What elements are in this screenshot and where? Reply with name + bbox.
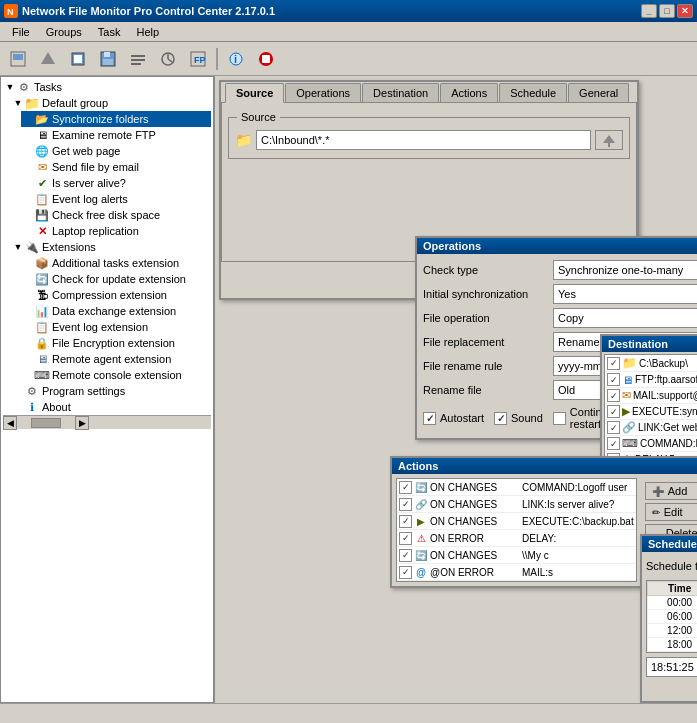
menu-help[interactable]: Help [128, 24, 167, 40]
tree-root-tasks[interactable]: ▼ ⚙ Tasks [3, 79, 211, 95]
sched-row-2[interactable]: 12:00 + + + + + + [648, 624, 698, 638]
source-path-input[interactable] [256, 130, 591, 150]
act-add-btn[interactable]: ➕ Add [645, 482, 697, 500]
tab-schedule[interactable]: Schedule [499, 83, 567, 102]
tree-default-group[interactable]: ▼ 📁 Default group [11, 95, 211, 111]
tree-task-laptop[interactable]: ✕ Laptop replication [21, 223, 211, 239]
tree-about[interactable]: ℹ About [11, 399, 211, 415]
tree-extensions[interactable]: ▼ 🔌 Extensions [11, 239, 211, 255]
scroll-right-btn[interactable]: ▶ [75, 416, 89, 430]
tab-source[interactable]: Source [225, 83, 284, 103]
sched-row-3[interactable]: 18:00 + + + + + + [648, 638, 698, 652]
continue-checkbox[interactable] [553, 412, 566, 425]
left-tree-panel[interactable]: ▼ ⚙ Tasks ▼ 📁 Default group 📂 Synchroniz… [0, 76, 215, 703]
dest-cb-4[interactable] [607, 421, 620, 434]
tree-toggle-root[interactable]: ▼ [5, 82, 15, 92]
initial-sync-input[interactable] [553, 284, 697, 304]
tree-task-eventlog[interactable]: 📋 Event log alerts [21, 191, 211, 207]
tree-toggle-group[interactable]: ▼ [13, 98, 23, 108]
act-row-5[interactable]: @ @ON ERROR MAIL:s [397, 564, 636, 581]
toolbar-btn-save[interactable] [94, 46, 122, 72]
toolbar-btn-5[interactable] [154, 46, 182, 72]
scroll-left-btn[interactable]: ◀ [3, 416, 17, 430]
act-cb-4[interactable] [399, 549, 412, 562]
toolbar-btn-2[interactable] [34, 46, 62, 72]
tree-ext-additional[interactable]: 📦 Additional tasks extension [21, 255, 211, 271]
close-button[interactable]: ✕ [677, 4, 693, 18]
dest-row-4[interactable]: 🔗 LINK:Get web page [605, 420, 697, 436]
dest-label-3: EXECUTE:synchronize.bat [632, 406, 697, 417]
toolbar-btn-7[interactable]: i [222, 46, 250, 72]
sound-checkbox[interactable] [494, 412, 507, 425]
source-browse-btn[interactable] [595, 130, 623, 150]
tree-ext-eventlog[interactable]: 📋 Event log extension [21, 319, 211, 335]
dest-cb-3[interactable] [607, 405, 620, 418]
act-row-1[interactable]: 🔗 ON CHANGES LINK:Is server alive? [397, 496, 636, 513]
toolbar-btn-6[interactable]: FP [184, 46, 212, 72]
file-op-input[interactable] [553, 308, 697, 328]
check-type-input[interactable] [553, 260, 697, 280]
toolbar-btn-1[interactable] [4, 46, 32, 72]
autostart-checkbox[interactable] [423, 412, 436, 425]
tree-task-server[interactable]: ✔ Is server alive? [21, 175, 211, 191]
dest-cb-2[interactable] [607, 389, 620, 402]
dest-cb-0[interactable] [607, 357, 620, 370]
tree-scrollbar[interactable]: ◀ ▶ [3, 415, 211, 429]
maximize-button[interactable]: □ [659, 4, 675, 18]
sched-row-1[interactable]: 06:00 + + + + + + [648, 610, 698, 624]
act-cb-0[interactable] [399, 481, 412, 494]
act-row-0[interactable]: 🔄 ON CHANGES COMMAND:Logoff user [397, 479, 636, 496]
tree-task-ftp[interactable]: 🖥 Examine remote FTP [21, 127, 211, 143]
dest-cb-5[interactable] [607, 437, 620, 450]
act-cond-2: ON CHANGES [430, 516, 520, 527]
sched-row-0[interactable]: 00:00 - + + + + + [648, 596, 698, 610]
tab-actions[interactable]: Actions [440, 83, 498, 102]
tab-destination[interactable]: Destination [362, 83, 439, 102]
menu-groups[interactable]: Groups [38, 24, 90, 40]
act-cb-2[interactable] [399, 515, 412, 528]
act-cb-1[interactable] [399, 498, 412, 511]
toolbar-btn-3[interactable] [64, 46, 92, 72]
tree-ext-console[interactable]: ⌨ Remote console extension [21, 367, 211, 383]
tree-ext-encryption[interactable]: 🔒 File Encryption extension [21, 335, 211, 351]
dest-row-2[interactable]: ✉ MAIL:support@aarsoftware.com [605, 388, 697, 404]
sound-row: Sound [494, 412, 543, 425]
menu-file[interactable]: File [4, 24, 38, 40]
menu-task[interactable]: Task [90, 24, 129, 40]
tree-task-web[interactable]: 🌐 Get web page [21, 143, 211, 159]
act-cb-3[interactable] [399, 532, 412, 545]
tree-ext-data[interactable]: 📊 Data exchange extension [21, 303, 211, 319]
dest-row-1[interactable]: 🖥 FTP:ftp.aarsoftware.com/ [605, 372, 697, 388]
dest-row-3[interactable]: ▶ EXECUTE:synchronize.bat [605, 404, 697, 420]
tree-label-ext-agent: Remote agent extension [52, 353, 171, 365]
tree-task-email[interactable]: ✉ Send file by email [21, 159, 211, 175]
tree-ext-compression[interactable]: 🗜 Compression extension [21, 287, 211, 303]
act-edit-btn[interactable]: ✏ Edit [645, 503, 697, 521]
tree-task-sync-folders[interactable]: 📂 Synchronize folders [21, 111, 211, 127]
act-action-5: MAIL:s [522, 567, 553, 578]
act-row-2[interactable]: ▶ ON CHANGES EXECUTE:C:\backup.bat [397, 513, 636, 530]
schedule-panel-title: Schedule FTP [642, 536, 697, 552]
sched-time-input[interactable] [646, 657, 697, 677]
act-cond-0: ON CHANGES [430, 482, 520, 493]
tree-task-disk[interactable]: 💾 Check free disk space [21, 207, 211, 223]
act-row-4[interactable]: 🔄 ON CHANGES \\My c [397, 547, 636, 564]
toolbar-btn-4[interactable] [124, 46, 152, 72]
toolbar-btn-stop[interactable] [252, 46, 280, 72]
file-rename-rule-label: File rename rule [423, 360, 553, 372]
tree-ext-update[interactable]: 🔄 Check for update extension [21, 271, 211, 287]
dest-row-5[interactable]: ⌨ COMMAND:Logoff user [605, 436, 697, 452]
minimize-button[interactable]: _ [641, 4, 657, 18]
act-cb-5[interactable] [399, 566, 412, 579]
sched-time-1: 06:00 [648, 610, 698, 624]
tab-operations[interactable]: Operations [285, 83, 361, 102]
tree-ext-agent[interactable]: 🖥 Remote agent extension [21, 351, 211, 367]
scroll-thumb[interactable] [31, 418, 61, 428]
tree-program-settings[interactable]: ⚙ Program settings [11, 383, 211, 399]
dest-row-0[interactable]: 📁 C:\Backup\ [605, 355, 697, 372]
file-op-field: ▼ [553, 308, 697, 328]
tree-toggle-ext[interactable]: ▼ [13, 242, 23, 252]
tab-general[interactable]: General [568, 83, 629, 102]
act-row-3[interactable]: ⚠ ON ERROR DELAY: [397, 530, 636, 547]
dest-cb-1[interactable] [607, 373, 620, 386]
